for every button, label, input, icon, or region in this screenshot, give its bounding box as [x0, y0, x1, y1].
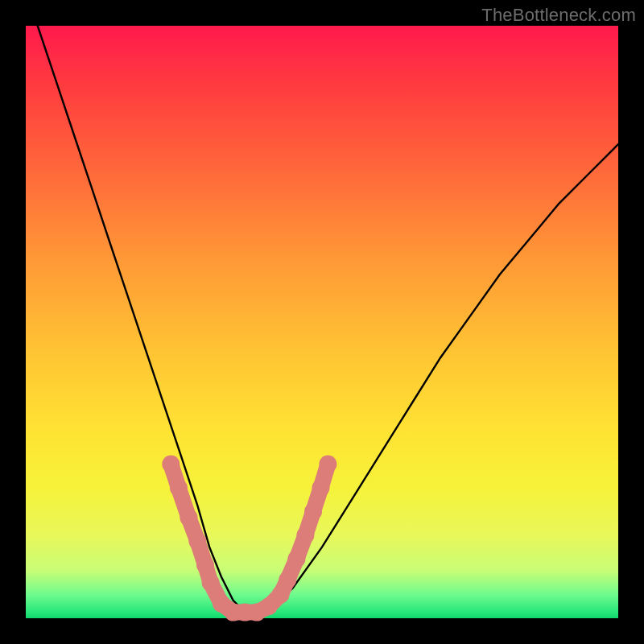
marker-dot [319, 456, 336, 473]
marker-dot [180, 509, 197, 526]
marker-dot [312, 479, 330, 497]
marker-dot [188, 532, 206, 550]
marker-dot [287, 550, 305, 568]
plot-area [26, 26, 618, 618]
marker-dot [296, 526, 314, 544]
marker-dot [279, 571, 296, 588]
marker-dot [304, 503, 322, 521]
chart-svg [26, 26, 618, 618]
marker-dot [162, 456, 180, 473]
bottleneck-curve [38, 26, 618, 613]
curve-layer [38, 26, 618, 613]
marker-dot [170, 479, 188, 497]
chart-frame: TheBottleneck.com [0, 0, 644, 644]
marker-dot [202, 574, 220, 592]
watermark-text: TheBottleneck.com [481, 5, 636, 26]
marker-dot [196, 556, 214, 574]
